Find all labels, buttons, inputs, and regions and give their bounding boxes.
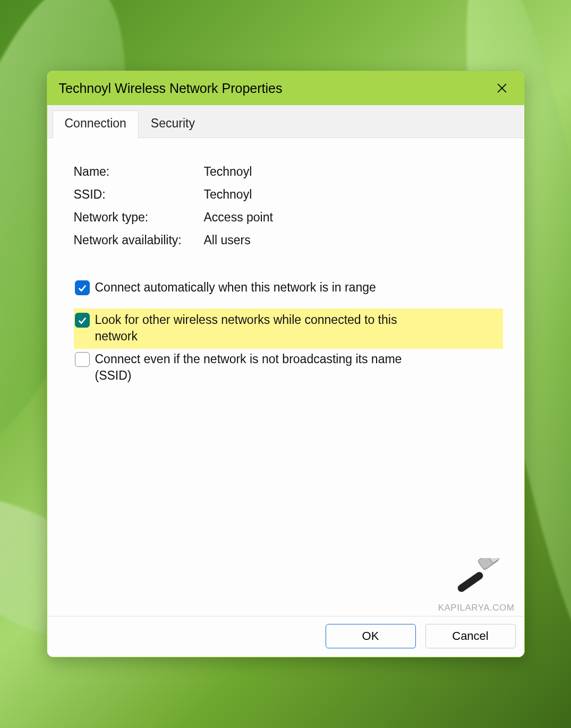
auto-connect-checkbox[interactable] [75,280,90,295]
network-availability-value: All users [204,233,503,247]
name-value: Technoyl [204,165,503,179]
watermark-text: KAPILARYA.COM [438,603,515,613]
auto-connect-row: Connect automatically when this network … [74,277,503,298]
cancel-button[interactable]: Cancel [425,624,516,648]
ssid-value: Technoyl [204,187,503,202]
tab-connection[interactable]: Connection [53,110,139,138]
wireless-properties-dialog: Technoyl Wireless Network Properties Con… [47,71,525,657]
network-availability-label: Network availability: [74,233,204,247]
network-type-label: Network type: [74,210,204,225]
look-other-row: Look for other wireless networks while c… [74,309,503,349]
close-button[interactable] [491,78,513,99]
ssid-label: SSID: [74,187,204,202]
svg-rect-2 [456,570,484,593]
dialog-footer: OK Cancel [47,616,524,657]
close-icon [497,83,507,93]
check-icon [78,283,87,293]
hammer-icon [451,558,504,601]
connect-hidden-checkbox[interactable] [75,352,90,367]
auto-connect-label: Connect automatically when this network … [95,279,376,296]
tab-strip: Connection Security [47,105,524,138]
tab-content: Name: Technoyl SSID: Technoyl Network ty… [47,138,524,616]
network-info-grid: Name: Technoyl SSID: Technoyl Network ty… [74,165,503,247]
name-label: Name: [74,165,204,179]
titlebar: Technoyl Wireless Network Properties [47,71,524,105]
network-type-value: Access point [204,210,503,225]
look-other-checkbox[interactable] [75,313,90,328]
window-title: Technoyl Wireless Network Properties [59,81,283,96]
look-other-label: Look for other wireless networks while c… [95,312,424,345]
watermark: KAPILARYA.COM [438,558,515,613]
connect-hidden-row: Connect even if the network is not broad… [74,349,503,386]
connect-hidden-label: Connect even if the network is not broad… [95,351,424,384]
check-icon [78,315,87,325]
tab-security[interactable]: Security [139,110,207,138]
ok-button[interactable]: OK [326,624,416,648]
